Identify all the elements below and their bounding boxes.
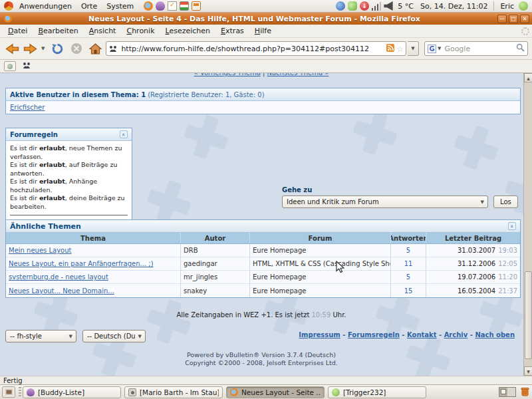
- replies-link[interactable]: 5: [406, 273, 410, 281]
- messenger-icon[interactable]: [348, 1, 357, 11]
- pidgin-icon[interactable]: [156, 1, 165, 11]
- goto-label: Gehe zu: [282, 186, 519, 194]
- update-notifier-icon[interactable]: [360, 1, 369, 11]
- url-dropdown-button[interactable]: ▼: [408, 41, 419, 56]
- column-header: Thema: [6, 233, 181, 243]
- search-magnifier-icon[interactable]: [516, 43, 525, 54]
- footer-link[interactable]: Nach oben: [475, 331, 515, 338]
- workspace-switcher[interactable]: [499, 387, 516, 397]
- network-icon[interactable]: [336, 1, 345, 11]
- replies-link[interactable]: 11: [404, 260, 413, 267]
- files-icon[interactable]: [180, 1, 189, 11]
- close-button[interactable]: ✕: [520, 15, 529, 23]
- volume-icon[interactable]: [384, 1, 393, 11]
- forward-button[interactable]: [23, 43, 39, 55]
- thread-link[interactable]: svsternburg.de - neues layout: [9, 273, 108, 281]
- taskbar-button[interactable]: [Buddy-Liste]: [23, 386, 121, 398]
- taskbar-button[interactable]: Neues Layout - Seite ...: [226, 386, 325, 398]
- table-row: Neues Layout... Neue Domain...snakeyEure…: [6, 284, 520, 297]
- home-button[interactable]: [89, 43, 102, 55]
- forum-rule-line: Es ist dir erlaubt, auf Beiträge zu antw…: [10, 161, 128, 178]
- menu-orte[interactable]: Orte: [76, 2, 102, 11]
- thread-link[interactable]: Neues Layout, ein paar Anfängerfragen...…: [9, 260, 154, 267]
- search-engine-dropdown-icon[interactable]: ▼: [436, 46, 442, 51]
- forum-favicon-icon[interactable]: [23, 61, 31, 71]
- footer-link[interactable]: Kontakt: [407, 331, 437, 338]
- menu-item[interactable]: Datei: [3, 25, 33, 37]
- language-select[interactable]: -- Deutsch (Du) ▼: [82, 330, 146, 342]
- column-header: Forum: [250, 233, 391, 243]
- powered-by-line: Powered by vBulletin® Version 3.7.4 (Deu…: [0, 351, 523, 359]
- menu-item[interactable]: Hilfe: [249, 25, 277, 37]
- collapse-icon[interactable]: «: [120, 130, 128, 138]
- active-user-link[interactable]: Ericfischer: [10, 104, 45, 111]
- thread-link[interactable]: Mein neues Layout: [9, 247, 71, 254]
- next-thread-link[interactable]: Nächstes Thema »: [267, 73, 329, 76]
- footer-link-separator: -: [340, 331, 348, 338]
- collapse-icon[interactable]: «: [508, 222, 516, 230]
- minimize-button[interactable]: —: [497, 15, 507, 23]
- replies-link[interactable]: 5: [406, 247, 410, 254]
- replies-link[interactable]: 15: [404, 287, 413, 295]
- trash-icon[interactable]: [520, 386, 530, 398]
- notes-icon[interactable]: [168, 1, 177, 11]
- ubuntu-logo-icon[interactable]: [4, 1, 13, 11]
- address-input[interactable]: [106, 41, 406, 56]
- taskbar-handle[interactable]: [19, 387, 21, 398]
- thread-link[interactable]: Neues Layout... Neue Domain...: [9, 287, 114, 295]
- vertical-scrollbar[interactable]: ▲ ▼: [523, 73, 532, 376]
- user-switcher[interactable]: Eric: [497, 2, 517, 11]
- show-desktop-button[interactable]: [2, 386, 15, 398]
- table-row: svsternburg.de - neues layoutmr_jinglesE…: [6, 271, 520, 284]
- menu-item[interactable]: Ansicht: [84, 25, 122, 37]
- footer-link[interactable]: Forumsregeln: [348, 331, 400, 338]
- goto-submit-button[interactable]: Los: [493, 196, 518, 208]
- history-dropdown-icon[interactable]: ▼: [41, 46, 45, 51]
- taskbar-button[interactable]: [Trigger232]: [328, 386, 426, 398]
- table-row: Neues Layout, ein paar Anfängerfragen...…: [6, 257, 520, 271]
- chevron-down-icon: ▼: [66, 334, 76, 339]
- scroll-up-icon[interactable]: ▲: [524, 73, 532, 82]
- site-favicon-icon: [109, 45, 117, 55]
- previous-thread-link[interactable]: « Vorheriges Thema: [194, 73, 261, 76]
- menu-item[interactable]: Bearbeiten: [33, 25, 83, 37]
- copyright-line: Copyright ©2000 - 2008, Jelsoft Enterpri…: [0, 359, 523, 367]
- footer-link[interactable]: Impressum: [299, 331, 340, 338]
- panel-separator: [493, 1, 494, 11]
- menu-item[interactable]: Lesezeichen: [160, 25, 216, 37]
- firefox-icon[interactable]: [144, 1, 153, 11]
- clock[interactable]: So, 14. Dez, 11:02: [417, 2, 491, 11]
- menu-item[interactable]: Extras: [215, 25, 249, 37]
- search-input[interactable]: [442, 45, 516, 53]
- presence-status-icon[interactable]: [519, 1, 528, 11]
- signal-strength-icon[interactable]: [372, 1, 381, 11]
- search-engine-icon[interactable]: G: [428, 45, 436, 53]
- forum-rules-header: Forumregeln «: [6, 128, 132, 141]
- reload-button[interactable]: [51, 43, 64, 55]
- bookmark-button-icon[interactable]: [4, 61, 16, 71]
- menu-item[interactable]: Chronik: [121, 25, 160, 37]
- rss-feed-icon[interactable]: [386, 44, 394, 54]
- similar-threads-header: Ähnliche Themen «: [6, 220, 520, 233]
- maximize-button[interactable]: □: [509, 15, 518, 23]
- presentation-icon[interactable]: [192, 1, 201, 11]
- goto-forum-select[interactable]: Ideen und Kritik zum Forum ▼: [282, 196, 488, 208]
- active-users-box: Aktive Benutzer in diesem Thema: 1 (Regi…: [5, 88, 521, 114]
- scroll-down-icon[interactable]: ▼: [524, 366, 532, 376]
- menu-system[interactable]: System: [102, 2, 138, 11]
- back-button[interactable]: [4, 43, 20, 55]
- bookmark-star-icon[interactable]: ☆: [396, 45, 404, 53]
- taskbar-button[interactable]: [Mario Barth - Im Stau]: [124, 386, 223, 398]
- style-select[interactable]: -- fh-style ▼: [5, 330, 76, 342]
- footer-link[interactable]: Archiv: [444, 331, 468, 338]
- taskbar-button-label: Neues Layout - Seite ...: [241, 388, 321, 396]
- column-header: Antworten: [391, 233, 426, 243]
- scrollbar-thumb[interactable]: [525, 271, 532, 359]
- firefox-statusbar: Fertig: [0, 376, 532, 384]
- weather-temperature[interactable]: 5 °C: [394, 2, 417, 11]
- active-users-title: Aktive Benutzer in diesem Thema: 1: [10, 91, 146, 98]
- footer-link-separator: -: [437, 331, 444, 338]
- menu-anwendungen[interactable]: Anwendungen: [15, 2, 76, 11]
- chevron-down-icon: ▼: [135, 334, 145, 339]
- window-titlebar[interactable]: Neues Layout - Seite 4 - Das Hilfe, HTML…: [0, 13, 532, 25]
